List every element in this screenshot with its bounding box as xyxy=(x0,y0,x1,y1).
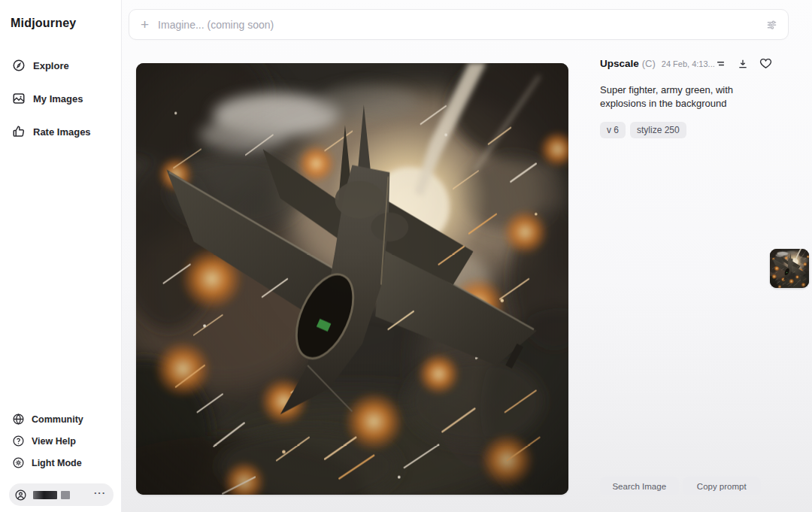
sidebar-item-label: View Help xyxy=(32,436,76,447)
thumbs-up-icon xyxy=(12,125,26,138)
lines-icon[interactable] xyxy=(715,58,726,69)
sidebar-item-label: Community xyxy=(32,414,83,425)
job-variant-label: (C) xyxy=(642,58,656,69)
tag-version[interactable]: v 6 xyxy=(600,122,626,138)
heart-icon[interactable] xyxy=(759,57,772,70)
sidebar-item-community[interactable]: Community xyxy=(9,409,114,429)
person-circle-icon xyxy=(14,489,27,501)
generated-image[interactable] xyxy=(136,63,568,495)
copy-prompt-button[interactable]: Copy prompt xyxy=(683,477,762,495)
fighter-jet-thumbnail-artwork xyxy=(770,249,809,288)
image-detail-panel: Upscale (C) 24 Feb, 4:13... Super fighte… xyxy=(600,57,761,505)
user-account-pill[interactable]: ··· xyxy=(9,483,114,506)
main-area: + Upscale (C) 24 Feb, 4:13... xyxy=(122,0,812,512)
question-icon xyxy=(12,435,25,447)
sidebar-item-label: Rate Images xyxy=(33,126,91,138)
sidebar-item-label: Light Mode xyxy=(32,458,82,468)
sidebar-item-rate-images[interactable]: Rate Images xyxy=(9,120,114,143)
panel-header: Upscale (C) 24 Feb, 4:13... xyxy=(600,57,761,70)
sidebar-item-explore[interactable]: Explore xyxy=(9,54,114,77)
sliders-icon[interactable] xyxy=(765,18,778,31)
parameter-tags: v 6 stylize 250 xyxy=(600,122,761,138)
image-icon xyxy=(12,92,26,105)
user-name-redacted xyxy=(33,491,70,499)
app-logo[interactable]: Midjourney xyxy=(11,17,114,30)
sidebar-footer: Community View Help Light Mode ··· xyxy=(9,409,114,506)
tag-stylize[interactable]: stylize 250 xyxy=(630,122,686,138)
imagine-input[interactable] xyxy=(158,19,758,31)
sidebar-item-label: My Images xyxy=(33,93,83,105)
image-strip-thumbnail[interactable] xyxy=(770,249,809,288)
fighter-jet-artwork xyxy=(136,63,568,495)
sidebar: Midjourney Explore My Images Rate Images xyxy=(0,0,122,512)
imagine-bar: + xyxy=(129,9,789,40)
job-timestamp: 24 Feb, 4:13... xyxy=(662,59,715,68)
sidebar-item-view-help[interactable]: View Help xyxy=(9,431,114,451)
sidebar-item-light-mode[interactable]: Light Mode xyxy=(9,453,114,473)
user-menu-ellipsis-icon[interactable]: ··· xyxy=(94,488,106,502)
plus-icon[interactable]: + xyxy=(139,17,150,32)
download-icon[interactable] xyxy=(737,58,749,70)
sidebar-item-label: Explore xyxy=(33,60,69,71)
primary-nav: Explore My Images Rate Images xyxy=(9,54,114,143)
search-image-button[interactable]: Search Image xyxy=(600,477,679,495)
panel-actions xyxy=(715,57,772,70)
panel-footer-buttons: Search Image Copy prompt xyxy=(600,477,761,495)
sidebar-item-my-images[interactable]: My Images xyxy=(9,87,114,110)
job-type-label: Upscale xyxy=(600,58,639,69)
prompt-text[interactable]: Super fighter, army green, with explosio… xyxy=(600,83,734,110)
globe-icon xyxy=(12,413,25,426)
sun-icon xyxy=(12,456,25,469)
compass-icon xyxy=(12,59,26,72)
